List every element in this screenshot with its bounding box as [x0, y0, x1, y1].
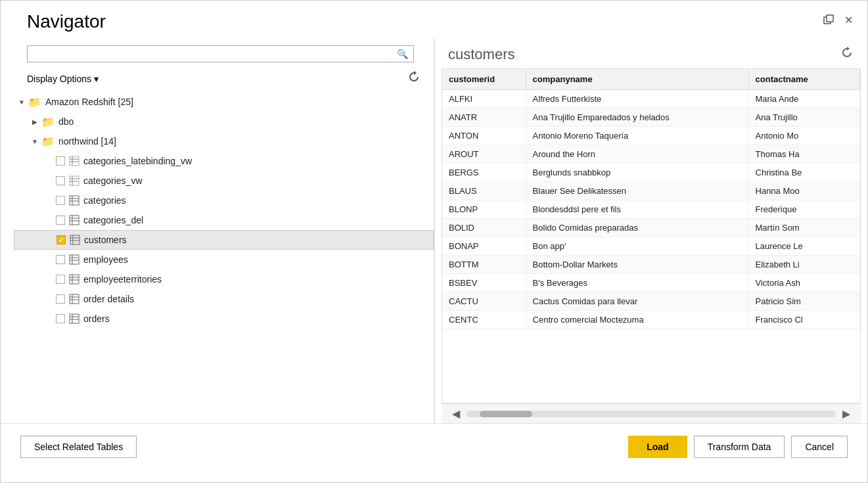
checkbox-employees[interactable]: [56, 255, 65, 264]
tree-item-categories_vw[interactable]: categories_vw: [14, 171, 434, 191]
tree-item-customers[interactable]: customers: [14, 230, 434, 250]
checkbox-categories[interactable]: [56, 196, 65, 205]
cell-customerid: ALFKI: [442, 90, 526, 108]
cell-companyname: Blondesddsl pere et fils: [526, 200, 748, 219]
scroll-right-button[interactable]: ▶: [838, 407, 854, 420]
checkbox-orders[interactable]: [56, 314, 65, 323]
expand-amazon[interactable]: ▼: [16, 97, 27, 107]
cell-customerid: BERGS: [442, 164, 526, 182]
horizontal-scrollbar[interactable]: ◀ ▶: [442, 403, 861, 423]
cell-companyname: Bolido Comidas preparadas: [526, 219, 748, 237]
view-icon-categories_latebinding_vw: [69, 156, 80, 166]
cell-companyname: Centro comercial Moctezuma: [526, 311, 748, 329]
svg-rect-34: [70, 314, 79, 323]
tree-node-dbo[interactable]: ▶ 📁 dbo: [14, 112, 434, 131]
cell-contactname: Laurence Le: [748, 237, 859, 256]
tree-item-orders[interactable]: orders: [14, 309, 434, 329]
tree-container[interactable]: ▼ 📁 Amazon Redshift [25] ▶ 📁 dbo ▼ 📁 nor…: [1, 92, 434, 423]
view-icon-categories_vw: [69, 175, 80, 186]
table-row: ANATRAna Trujillo Emparedados y heladosA…: [442, 108, 860, 127]
cell-customerid: ANTON: [442, 127, 526, 145]
cell-customerid: BOTTM: [442, 256, 526, 274]
expand-northwind[interactable]: ▼: [30, 136, 40, 147]
scroll-thumb[interactable]: [480, 411, 532, 417]
svg-rect-14: [70, 216, 79, 225]
tree-item-employeeterritories[interactable]: employeeterritories: [14, 269, 434, 289]
left-panel: 🔍 Display Options ▾ ▼ 📁 Amazon Redshift …: [1, 39, 434, 423]
cancel-button[interactable]: Cancel: [791, 436, 848, 458]
display-options-arrow: ▾: [94, 74, 99, 84]
svg-rect-26: [70, 275, 79, 284]
tree-item-employees[interactable]: employees: [14, 250, 434, 269]
transform-button[interactable]: Transform Data: [694, 436, 785, 458]
restore-button[interactable]: [823, 14, 834, 26]
left-refresh-icon[interactable]: [407, 70, 421, 87]
svg-rect-1: [827, 15, 833, 22]
cell-companyname: B's Beverages: [526, 274, 748, 292]
tree-item-categories[interactable]: categories: [14, 191, 434, 210]
svg-rect-6: [70, 176, 79, 185]
tree-item-label-employeeterritories: employeeterritories: [83, 274, 162, 285]
display-options-button[interactable]: Display Options ▾: [27, 74, 99, 84]
search-icon[interactable]: 🔍: [397, 49, 408, 59]
tree-item-categories_latebinding_vw[interactable]: categories_latebinding_vw: [14, 151, 434, 171]
tree-item-categories_del[interactable]: categories_del: [14, 210, 434, 230]
action-buttons: Load Transform Data Cancel: [628, 436, 848, 458]
svg-rect-22: [70, 255, 79, 264]
cell-companyname: Bottom-Dollar Markets: [526, 256, 748, 274]
svg-rect-18: [70, 235, 80, 244]
checkbox-categories_latebinding_vw[interactable]: [56, 156, 65, 166]
checkbox-categories_del[interactable]: [56, 216, 65, 225]
tree-node-amazon[interactable]: ▼ 📁 Amazon Redshift [25]: [14, 92, 434, 112]
search-input[interactable]: [33, 49, 397, 59]
col-header-contactname: contactname: [748, 69, 859, 90]
table-row: BLAUSBlauer See DelikatessenHanna Moo: [442, 182, 860, 200]
svg-rect-10: [70, 196, 79, 205]
tree-item-label-categories_latebinding_vw: categories_latebinding_vw: [83, 156, 192, 166]
table-icon-orders: [69, 313, 80, 324]
cell-companyname: Alfreds Futterkiste: [526, 90, 748, 108]
tree-item-label-categories: categories: [83, 195, 126, 206]
tree-item-label-categories_vw: categories_vw: [83, 175, 143, 186]
expand-dbo[interactable]: ▶: [30, 116, 40, 127]
tree-item-order-details[interactable]: order details: [14, 289, 434, 309]
data-table-scroll[interactable]: customerid companyname contactname ALFKI…: [442, 69, 860, 403]
preview-refresh-icon[interactable]: [840, 45, 854, 63]
tree-item-label-order-details: order details: [83, 294, 134, 304]
tree-item-label-employees: employees: [83, 254, 128, 265]
table-icon-order-details: [69, 294, 80, 304]
cell-customerid: BOLID: [442, 219, 526, 237]
scroll-track: [467, 411, 836, 417]
cell-customerid: CACTU: [442, 292, 526, 311]
cell-companyname: Around the Horn: [526, 145, 748, 164]
tree-node-northwind[interactable]: ▼ 📁 northwind [14]: [14, 131, 434, 151]
cell-companyname: Cactus Comidas para llevar: [526, 292, 748, 311]
cell-contactname: Elizabeth Li: [748, 256, 859, 274]
checkbox-employeeterritories[interactable]: [56, 275, 65, 284]
table-icon-categories: [69, 195, 80, 206]
northwind-label: northwind [14]: [58, 136, 116, 147]
checkbox-order-details[interactable]: [56, 294, 65, 304]
cell-customerid: BLONP: [442, 200, 526, 219]
cell-customerid: ANATR: [442, 108, 526, 127]
col-header-customerid: customerid: [442, 69, 526, 90]
preview-header: customers: [435, 39, 867, 68]
scroll-left-button[interactable]: ◀: [448, 407, 464, 420]
cell-companyname: Blauer See Delikatessen: [526, 182, 748, 200]
close-button[interactable]: ✕: [842, 14, 854, 26]
cell-contactname: Frederique: [748, 200, 859, 219]
table-row: CACTUCactus Comidas para llevarPatricio …: [442, 292, 860, 311]
preview-title: customers: [448, 46, 514, 63]
cell-contactname: Maria Ande: [748, 90, 859, 108]
table-row: CENTCCentro comercial MoctezumaFrancisco…: [442, 311, 860, 329]
cell-contactname: Christina Be: [748, 164, 859, 182]
main-layout: 🔍 Display Options ▾ ▼ 📁 Amazon Redshift …: [1, 39, 867, 423]
select-related-button[interactable]: Select Related Tables: [20, 436, 137, 458]
load-button[interactable]: Load: [628, 436, 687, 458]
checkbox-categories_vw[interactable]: [56, 176, 65, 185]
checkbox-customers[interactable]: [57, 235, 66, 244]
svg-rect-2: [70, 156, 79, 166]
cell-contactname: Patricio Sim: [748, 292, 859, 311]
table-row: BOLIDBolido Comidas preparadasMartín Som: [442, 219, 860, 237]
table-icon-categories_del: [69, 215, 80, 225]
